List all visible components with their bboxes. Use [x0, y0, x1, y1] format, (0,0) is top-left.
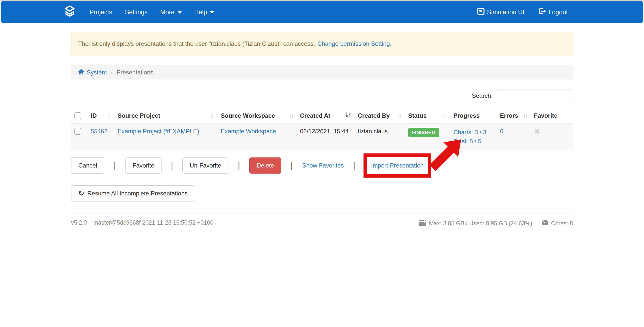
permission-alert: The list only displays presentations tha… [71, 32, 573, 56]
nav-item-more-label: More [160, 9, 175, 16]
delete-button[interactable]: Delete [249, 157, 281, 174]
home-icon [78, 69, 85, 76]
table-row: 55462 Example Project (#EXAMPLE) Example… [71, 124, 573, 150]
presentations-table: ID ↓↑ Source Project ↓↑ Source Workspace… [71, 108, 573, 150]
permission-alert-text: The list only displays presentations tha… [78, 40, 315, 47]
cancel-button[interactable]: Cancel [71, 157, 105, 174]
memory-metric: Max: 3.85 GB / Used: 0.95 GB (24.63%) [419, 219, 532, 227]
import-presentation-link[interactable]: Import Presentation [371, 162, 424, 169]
sort-both-icon: ↓↑ [210, 112, 214, 119]
column-header-id-label: ID [91, 112, 97, 119]
sort-both-icon: ↓↑ [289, 112, 294, 119]
column-header-select-all [71, 108, 88, 124]
column-header-status[interactable]: Status ↓↑ [405, 108, 450, 124]
sort-descending-active-icon [345, 112, 351, 120]
row-created-at-cell: 06/12/2021, 15:44 [297, 124, 355, 150]
row-status-cell: FINISHED [405, 124, 450, 150]
search-input[interactable] [496, 90, 573, 102]
nav-item-projects-label: Projects [90, 9, 112, 16]
separator: | [114, 161, 116, 170]
logout-icon [539, 8, 546, 16]
app-window-icon [477, 8, 485, 16]
tachometer-icon [541, 219, 548, 227]
column-header-id[interactable]: ID ↓↑ [88, 108, 114, 124]
separator: | [171, 161, 173, 170]
column-header-errors[interactable]: Errors ↓↑ [497, 108, 531, 124]
column-header-created-at[interactable]: Created At [297, 108, 355, 124]
breadcrumb-system-link[interactable]: System [78, 69, 107, 76]
column-header-created-by-label: Created By [358, 112, 390, 119]
favorite-button[interactable]: Favorite [125, 157, 162, 174]
search-label: Search: [472, 92, 493, 99]
column-header-errors-label: Errors [500, 112, 518, 119]
column-header-status-label: Status [408, 112, 427, 119]
column-header-source-project[interactable]: Source Project ↓↑ [114, 108, 218, 124]
breadcrumb-system-label: System [87, 69, 107, 76]
navbar: Projects Settings More Help Simulation U… [1, 1, 643, 23]
column-header-favorite-label: Favorite [534, 112, 557, 119]
actions-toolbar: Cancel | Favorite | Un-Favorite | Delete… [71, 153, 573, 178]
presentation-id-link[interactable]: 55462 [91, 128, 108, 135]
layers-logo-icon [65, 6, 75, 19]
row-errors-cell: 0 [497, 124, 531, 150]
nav-item-simulation-ui[interactable]: Simulation UI [477, 8, 525, 16]
sort-both-icon: ↓↑ [107, 112, 111, 119]
nav-item-help-label: Help [194, 9, 207, 16]
column-header-created-at-label: Created At [300, 112, 330, 119]
progress-charts-link[interactable]: Charts: 3 / 3 [454, 128, 494, 137]
table-header-row: ID ↓↑ Source Project ↓↑ Source Workspace… [71, 108, 573, 124]
resume-row: ↻ Resume All Incomplete Presentations [71, 185, 573, 201]
nav-item-logout-label: Logout [549, 9, 568, 16]
refresh-icon: ↻ [78, 190, 84, 197]
column-header-favorite: Favorite [531, 108, 573, 124]
column-header-progress: Progress [450, 108, 497, 124]
created-at-value: 06/12/2021, 15:44 [300, 128, 349, 135]
column-header-created-by[interactable]: Created By ↓↑ [355, 108, 405, 124]
search-row: Search: [71, 90, 573, 102]
nav-item-more[interactable]: More [154, 9, 188, 16]
footer-metrics: Max: 3.85 GB / Used: 0.95 GB (24.63%) Co… [419, 219, 573, 227]
server-memory-icon [419, 219, 426, 227]
sort-both-icon: ↓↑ [397, 112, 402, 119]
favorite-off-icon[interactable]: ✖ [534, 127, 540, 136]
column-header-source-workspace[interactable]: Source Workspace ↓↑ [218, 108, 297, 124]
nav-item-settings[interactable]: Settings [118, 9, 154, 16]
progress-total-link[interactable]: Total: 5 / 5 [454, 137, 494, 146]
app-logo[interactable] [65, 6, 75, 19]
memory-usage-text: Max: 3.85 GB / Used: 0.95 GB (24.63%) [429, 220, 532, 227]
source-workspace-link[interactable]: Example Workspace [221, 128, 276, 135]
status-badge: FINISHED [408, 128, 439, 137]
row-source-project-cell: Example Project (#EXAMPLE) [114, 124, 218, 150]
cores-count-text: Cores: 8 [551, 220, 573, 227]
nav-item-projects[interactable]: Projects [83, 9, 118, 16]
separator: | [238, 161, 240, 170]
separator: | [353, 161, 355, 170]
resume-all-button[interactable]: ↻ Resume All Incomplete Presentations [71, 185, 195, 201]
created-by-value: tizian.claus [358, 128, 388, 135]
separator: | [291, 161, 293, 170]
column-header-progress-label: Progress [454, 112, 480, 119]
select-all-checkbox[interactable] [74, 112, 81, 119]
version-text: v5.2.0 – master@5dc9668f 2021-11-23 16:5… [71, 219, 214, 226]
column-header-source-workspace-label: Source Workspace [221, 112, 275, 119]
unfavorite-button[interactable]: Un-Favorite [182, 157, 228, 174]
nav-item-help[interactable]: Help [188, 9, 220, 16]
change-permission-link[interactable]: Change permission Setting. [317, 40, 391, 47]
row-source-workspace-cell: Example Workspace [218, 124, 297, 150]
footer: v5.2.0 – master@5dc9668f 2021-11-23 16:5… [71, 219, 573, 237]
row-favorite-cell: ✖ [531, 124, 573, 150]
footer-divider [71, 214, 573, 214]
annotation-highlight-box: Import Presentation [364, 153, 431, 178]
sort-both-icon: ↓↑ [443, 112, 447, 119]
breadcrumb: System / Presentations [71, 65, 573, 79]
nav-item-settings-label: Settings [125, 9, 147, 16]
source-project-link[interactable]: Example Project (#EXAMPLE) [118, 128, 199, 135]
breadcrumb-current: Presentations [116, 69, 153, 76]
resume-all-label: Resume All Incomplete Presentations [87, 190, 188, 197]
errors-count-link[interactable]: 0 [500, 128, 503, 135]
show-favorites-link[interactable]: Show Favorites [302, 162, 344, 169]
nav-item-logout[interactable]: Logout [539, 8, 568, 16]
sort-both-icon: ↓↑ [523, 112, 528, 119]
main-content: The list only displays presentations tha… [71, 32, 573, 237]
row-select-checkbox[interactable] [74, 128, 81, 135]
